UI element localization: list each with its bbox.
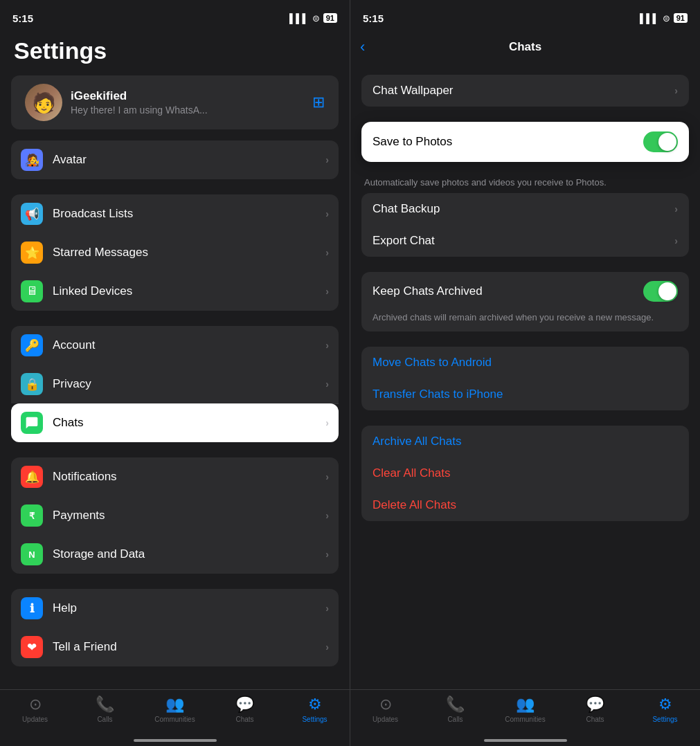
- row-storage[interactable]: N Storage and Data ›: [11, 535, 339, 574]
- calls-label-right: Calls: [447, 716, 463, 723]
- section-notifications: 🔔 Notifications › ₹ Payments › N Storage…: [11, 457, 339, 574]
- chats-header: ‹ Chats: [350, 32, 700, 64]
- settings-title: Settings: [0, 32, 350, 75]
- row-avatar[interactable]: 🧑‍🎤 Avatar ›: [11, 140, 339, 179]
- tab-updates-right[interactable]: ⊙ Updates: [350, 695, 420, 723]
- account-label: Account: [53, 338, 325, 352]
- communities-icon-left: 👥: [165, 695, 184, 713]
- row-clear-all[interactable]: Clear All Chats: [361, 457, 689, 489]
- communities-label-left: Communities: [154, 716, 195, 723]
- row-help[interactable]: ℹ Help ›: [11, 589, 339, 628]
- row-starred[interactable]: ⭐ Starred Messages ›: [11, 233, 339, 272]
- keep-archived-toggle[interactable]: [643, 281, 678, 302]
- save-photos-toggle[interactable]: [643, 131, 678, 152]
- section-danger: Archive All Chats Clear All Chats Delete…: [361, 426, 689, 521]
- tab-updates-left[interactable]: ⊙ Updates: [0, 695, 70, 723]
- section-avatar: 🧑‍🎤 Avatar ›: [11, 140, 339, 179]
- toggle-knob-archived: [658, 282, 676, 300]
- row-export-chat[interactable]: Export Chat ›: [361, 225, 689, 257]
- wifi-icon-left: ⊜: [312, 13, 320, 24]
- section-transfer: Move Chats to Android Transfer Chats to …: [361, 347, 689, 410]
- chats-tab-icon-right: 💬: [586, 695, 604, 713]
- row-archive-all[interactable]: Archive All Chats: [361, 426, 689, 457]
- updates-label-right: Updates: [373, 716, 398, 723]
- signal-icon-right: ▌▌▌: [640, 13, 659, 24]
- settings-label-right: Settings: [652, 716, 677, 723]
- avatar-label: Avatar: [53, 153, 325, 167]
- tab-communities-left[interactable]: 👥 Communities: [140, 695, 210, 723]
- chats-tab-icon-left: 💬: [235, 695, 254, 713]
- chats-label: Chats: [53, 416, 325, 430]
- row-delete-all[interactable]: Delete All Chats: [361, 489, 689, 521]
- linked-icon: 🖥: [21, 280, 43, 302]
- row-account[interactable]: 🔑 Account ›: [11, 326, 339, 365]
- tell-friend-icon: ❤: [21, 636, 43, 658]
- row-chats[interactable]: Chats ›: [11, 403, 339, 442]
- keep-archived-row: Keep Chats Archived: [361, 272, 689, 311]
- updates-icon-right: ⊙: [379, 695, 392, 713]
- status-icons-left: ▌▌▌ ⊜ 91: [289, 13, 337, 24]
- settings-icon-left: ⚙: [308, 695, 322, 713]
- privacy-label: Privacy: [53, 377, 325, 391]
- tab-calls-right[interactable]: 📞 Calls: [420, 695, 490, 723]
- row-payments[interactable]: ₹ Payments ›: [11, 496, 339, 535]
- calls-label-left: Calls: [97, 716, 112, 723]
- qr-icon[interactable]: ⊞: [312, 93, 325, 111]
- tab-chats-right[interactable]: 💬 Chats: [560, 695, 630, 723]
- delete-all-label: Delete All Chats: [373, 498, 678, 512]
- chats-tab-label-right: Chats: [586, 716, 604, 723]
- storage-icon: N: [21, 543, 43, 565]
- backup-chevron: ›: [674, 203, 678, 215]
- avatar-chevron: ›: [325, 154, 329, 165]
- chats-chevron: ›: [325, 417, 329, 428]
- privacy-icon: 🔒: [21, 373, 43, 395]
- clear-all-label: Clear All Chats: [373, 466, 678, 480]
- communities-icon-right: 👥: [516, 695, 535, 713]
- row-notifications[interactable]: 🔔 Notifications ›: [11, 457, 339, 496]
- row-broadcast[interactable]: 📢 Broadcast Lists ›: [11, 194, 339, 233]
- row-move-android[interactable]: Move Chats to Android: [361, 347, 689, 379]
- tab-chats-left[interactable]: 💬 Chats: [210, 695, 280, 723]
- tab-bar-right: ⊙ Updates 📞 Calls 👥 Communities 💬 Chats …: [350, 689, 700, 746]
- profile-row[interactable]: 🧑 iGeekified Hey there! I am using Whats…: [11, 75, 339, 129]
- home-indicator-left: [134, 739, 217, 742]
- save-photos-subtext: Automatically save photos and videos you…: [361, 177, 689, 188]
- section-backup: Chat Backup › Export Chat ›: [361, 193, 689, 257]
- settings-label-left: Settings: [302, 716, 327, 723]
- section-broadcast: 📢 Broadcast Lists › ⭐ Starred Messages ›…: [11, 194, 339, 311]
- tab-settings-right[interactable]: ⚙ Settings: [630, 695, 700, 723]
- row-chat-backup[interactable]: Chat Backup ›: [361, 193, 689, 225]
- status-icons-right: ▌▌▌ ⊜ 91: [640, 13, 688, 24]
- communities-label-right: Communities: [505, 716, 545, 723]
- tab-calls-left[interactable]: 📞 Calls: [70, 695, 140, 723]
- tab-settings-left[interactable]: ⚙ Settings: [280, 695, 350, 723]
- battery-right: 91: [674, 13, 688, 23]
- back-button[interactable]: ‹: [360, 38, 365, 56]
- tab-communities-right[interactable]: 👥 Communities: [490, 695, 560, 723]
- payments-label: Payments: [53, 509, 325, 522]
- move-android-label: Move Chats to Android: [373, 356, 678, 370]
- wifi-icon-right: ⊜: [663, 13, 670, 24]
- home-indicator-right: [484, 739, 567, 742]
- payments-chevron: ›: [325, 510, 329, 521]
- backup-label: Chat Backup: [373, 202, 674, 216]
- keep-archived-label: Keep Chats Archived: [373, 284, 643, 298]
- section-wallpaper: Chat Wallpaper ›: [361, 75, 689, 107]
- keep-archived-sub: Archived chats will remain archived when…: [361, 311, 689, 331]
- calls-icon-right: 📞: [446, 695, 465, 713]
- avatar: 🧑: [25, 84, 62, 121]
- row-tell-friend[interactable]: ❤ Tell a Friend ›: [11, 628, 339, 666]
- row-privacy[interactable]: 🔒 Privacy ›: [11, 365, 339, 403]
- time-right: 5:15: [363, 12, 384, 24]
- updates-icon-left: ⊙: [29, 695, 42, 713]
- row-wallpaper[interactable]: Chat Wallpaper ›: [361, 75, 689, 107]
- row-transfer-iphone[interactable]: Transfer Chats to iPhone: [361, 379, 689, 410]
- wallpaper-chevron: ›: [674, 85, 678, 96]
- save-photos-row[interactable]: Save to Photos: [361, 122, 689, 162]
- tell-friend-chevron: ›: [325, 642, 329, 653]
- settings-icon-right: ⚙: [658, 695, 672, 713]
- wallpaper-label: Chat Wallpaper: [373, 84, 674, 98]
- row-linked[interactable]: 🖥 Linked Devices ›: [11, 272, 339, 311]
- chats-settings-panel: 5:15 ▌▌▌ ⊜ 91 ‹ Chats Chat Wallpaper › S…: [350, 0, 700, 746]
- back-chevron: ‹: [360, 38, 365, 56]
